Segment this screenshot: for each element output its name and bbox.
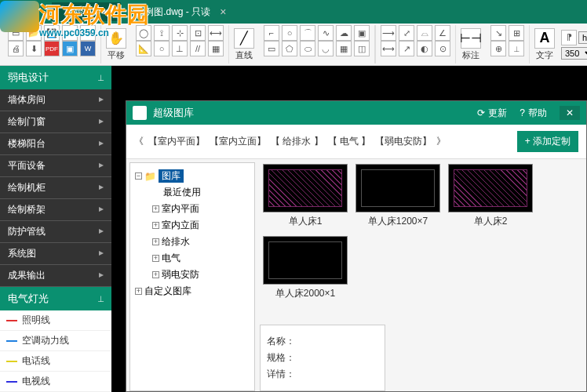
thumb-item[interactable]: 单人床2000×1 — [263, 236, 348, 300]
tab-interior-plan[interactable]: 【室内平面】 — [148, 135, 205, 148]
tree-custom[interactable]: +自定义图库 — [135, 283, 250, 299]
tab-drawing[interactable]: 示例图.dwg - 只读× — [122, 2, 239, 21]
tree-electric[interactable]: +电气 — [152, 250, 250, 267]
menu-down-icon[interactable]: ▾ — [31, 6, 36, 17]
tab-start[interactable]: 起始页× — [52, 2, 121, 21]
pan-tool[interactable]: ✋ 平移 — [101, 28, 131, 61]
snap1-button[interactable]: ⟟ — [154, 25, 170, 41]
thumb-item[interactable]: 单人床1 — [263, 164, 348, 228]
pin-icon[interactable]: ⟂ — [98, 293, 104, 304]
close-button[interactable]: ✕ — [560, 106, 580, 120]
sidebar-item-output[interactable]: 成果输出▸ — [0, 265, 111, 287]
redo-button[interactable]: ↷ — [80, 25, 96, 41]
sidebar-section-lighting[interactable]: 电气灯光⟂ — [0, 287, 111, 310]
pin-icon[interactable]: ⟂ — [98, 72, 104, 83]
refresh-button[interactable]: ⟳更新 — [477, 107, 507, 120]
hatch-button[interactable]: ▦ — [336, 41, 352, 56]
add-custom-button[interactable]: + 添加定制 — [517, 131, 578, 152]
leader-button[interactable]: ↘ — [490, 25, 506, 41]
tree-root[interactable]: −📁图库 — [135, 168, 250, 184]
dimension-tool[interactable]: ⊢⊣ 标注 — [456, 28, 486, 61]
arc-button[interactable]: ⌒ — [300, 25, 315, 41]
snap2-button[interactable]: ⊹ — [172, 25, 188, 41]
snap4-button[interactable]: ○ — [154, 41, 170, 56]
app-icon[interactable] — [6, 2, 25, 21]
sidebar-sub-lighting[interactable]: 照明线 — [0, 310, 111, 331]
dim2-button[interactable]: ⤢ — [399, 25, 414, 41]
sidebar-item-cabinet[interactable]: 绘制机柜▸ — [0, 177, 111, 199]
export-button[interactable]: ⬇ — [26, 41, 42, 56]
circle-button[interactable]: ○ — [282, 25, 297, 41]
zoom-button[interactable]: ◯ — [136, 25, 151, 41]
sidebar-item-system[interactable]: 系统图▸ — [0, 243, 111, 265]
dim5-button[interactable]: ⟷ — [381, 41, 396, 56]
tree-recent[interactable]: 最近使用 — [152, 184, 250, 201]
sidebar-item-equip[interactable]: 平面设备▸ — [0, 155, 111, 177]
ellarc-button[interactable]: ◡ — [318, 41, 334, 56]
help-button[interactable]: ?帮助 — [520, 107, 547, 120]
nav-next-button[interactable]: 》 — [436, 135, 446, 148]
thumb-item[interactable]: 单人床1200×7 — [355, 164, 440, 228]
revcloud-button[interactable]: ☁ — [336, 25, 352, 41]
spline-button[interactable]: ∿ — [318, 25, 334, 41]
tab-weak-elec[interactable]: 【弱电安防】 — [375, 135, 432, 148]
dim7-button[interactable]: ◐ — [417, 41, 432, 56]
sidebar-header[interactable]: 弱电设计⟂ — [0, 66, 111, 89]
thumb-label: 单人床1 — [263, 215, 348, 228]
dim3-button[interactable]: ⌓ — [417, 25, 432, 41]
open-button[interactable]: 📂 — [26, 25, 42, 41]
fontsize-select[interactable]: 350 — [561, 47, 587, 60]
sidebar-item-pipe[interactable]: 防护管线▸ — [0, 221, 111, 243]
thumb-item[interactable]: 单人床2 — [448, 164, 533, 228]
library-dialog: 超级图库 ⟳更新 ?帮助 ✕ 《 【室内平面】 【室内立面】 【 给排水 】 【… — [126, 100, 587, 392]
block-button[interactable]: ▣ — [354, 25, 370, 41]
undo-button[interactable]: ↶ — [62, 25, 78, 41]
close-icon[interactable]: × — [220, 5, 226, 18]
distance-button[interactable]: ⟷ — [208, 25, 224, 41]
sidebar-item-tray[interactable]: 绘制桥架▸ — [0, 199, 111, 221]
pdf-button[interactable]: PDF — [44, 41, 60, 56]
polyline-button[interactable]: ⌐ — [264, 25, 279, 41]
dim1-button[interactable]: ⟶ — [381, 25, 396, 41]
center-button[interactable]: ⊕ — [490, 41, 506, 56]
sidebar-sub-phone[interactable]: 电话线 — [0, 351, 111, 372]
close-icon[interactable]: × — [102, 5, 108, 18]
sidebar-item-wall[interactable]: 墙体房间▸ — [0, 89, 111, 111]
dim6-button[interactable]: ↗ — [399, 41, 414, 56]
image-button[interactable]: ▣ — [62, 41, 78, 56]
text-tool[interactable]: A 文字 — [530, 28, 560, 61]
new-button[interactable]: ▭ — [8, 25, 24, 41]
snap6-button[interactable]: // — [190, 41, 206, 56]
snap5-button[interactable]: ⊥ — [172, 41, 188, 56]
rect-button[interactable]: ▭ — [264, 41, 279, 56]
dim8-button[interactable]: ⊙ — [435, 41, 450, 56]
sidebar-sub-tv[interactable]: 电视线 — [0, 372, 111, 392]
dialog-titlebar[interactable]: 超级图库 ⟳更新 ?帮助 ✕ — [126, 101, 586, 125]
area-button[interactable]: ▦ — [208, 41, 224, 56]
sidebar-item-stair[interactable]: 楼梯阳台▸ — [0, 133, 111, 155]
textstyle-button[interactable]: ⁋ — [561, 30, 577, 45]
snap3-button[interactable]: ⊡ — [190, 25, 206, 41]
sidebar-item-door[interactable]: 绘制门窗▸ — [0, 111, 111, 133]
tab-plumbing[interactable]: 【 给排水 】 — [271, 135, 323, 148]
tree-interior-elev[interactable]: +室内立面 — [152, 217, 250, 234]
tree-plumbing[interactable]: +给排水 — [152, 234, 250, 250]
ord-button[interactable]: ⟂ — [509, 41, 524, 56]
ellipse-button[interactable]: ⬭ — [300, 41, 315, 56]
insert-button[interactable]: ◫ — [354, 41, 370, 56]
line-tool[interactable]: ╱ 直线 — [229, 28, 259, 61]
tab-electric[interactable]: 【 电气 】 — [328, 135, 371, 148]
nav-prev-button[interactable]: 《 — [134, 135, 144, 148]
tree-weak-elec[interactable]: +弱电安防 — [152, 267, 250, 283]
tol-button[interactable]: ⊞ — [509, 25, 524, 41]
dim4-button[interactable]: ∠ — [435, 25, 450, 41]
tab-interior-elev[interactable]: 【室内立面】 — [210, 135, 266, 148]
tree-interior-plan[interactable]: +室内平面 — [152, 201, 250, 217]
font-select[interactable]: hztxt — [578, 31, 587, 44]
sidebar-sub-ac[interactable]: 空调动力线 — [0, 331, 111, 351]
word-button[interactable]: W — [80, 41, 96, 56]
print-button[interactable]: 🖨 — [8, 41, 24, 56]
polygon-button[interactable]: ⬠ — [282, 41, 297, 56]
measure-button[interactable]: 📐 — [136, 41, 151, 56]
save-button[interactable]: 💾 — [44, 25, 60, 41]
